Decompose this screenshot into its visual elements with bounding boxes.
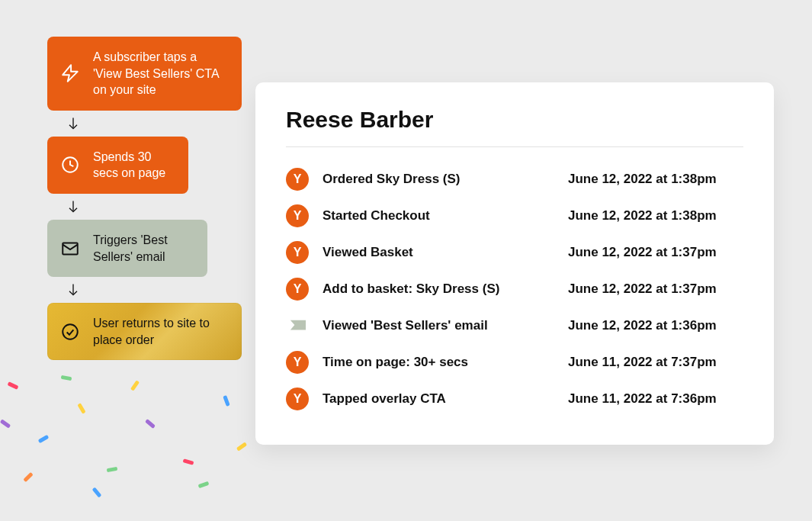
source-y-icon: Y [286, 168, 309, 191]
event-label: Add to basket: Sky Dress (S) [323, 281, 554, 297]
flag-icon [286, 314, 309, 337]
flow-step-subscriber-taps-cta: A subscriber taps a 'View Best Sellers' … [47, 37, 242, 111]
arrow-down-icon [63, 194, 84, 220]
event-row: Y Add to basket: Sky Dress (S) June 12, … [286, 271, 743, 307]
event-row: Y Started Checkout June 12, 2022 at 1:38… [286, 198, 743, 234]
flow-step-text: A subscriber taps a 'View Best Sellers' … [93, 49, 226, 98]
activity-panel: Reese Barber Y Ordered Sky Dress (S) Jun… [255, 82, 774, 445]
flow-column: A subscriber taps a 'View Best Sellers' … [47, 37, 246, 360]
flow-step-time-on-page: Spends 30 secs on page [47, 137, 188, 194]
flow-step-text: Spends 30 secs on page [93, 149, 173, 182]
event-row: Viewed 'Best Sellers' email June 12, 202… [286, 307, 743, 344]
event-row: Y Viewed Basket June 12, 2022 at 1:37pm [286, 234, 743, 271]
event-row: Y Time on page: 30+ secs June 11, 2022 a… [286, 344, 743, 381]
event-label: Time on page: 30+ secs [323, 355, 554, 370]
event-time: June 12, 2022 at 1:38pm [568, 208, 743, 224]
event-label: Viewed Basket [323, 245, 554, 260]
arrow-down-icon [63, 111, 84, 137]
source-y-icon: Y [286, 388, 309, 410]
source-y-icon: Y [286, 204, 309, 227]
event-label: Tapped overlay CTA [323, 391, 554, 407]
svg-marker-0 [63, 66, 78, 82]
source-y-icon: Y [286, 351, 309, 374]
event-time: June 12, 2022 at 1:37pm [568, 245, 743, 260]
event-label: Viewed 'Best Sellers' email [323, 318, 554, 333]
mail-icon [59, 238, 81, 259]
svg-point-6 [63, 324, 78, 339]
flow-step-text: User returns to site to place order [93, 315, 226, 348]
lightning-icon [59, 63, 81, 84]
event-time: June 12, 2022 at 1:38pm [568, 172, 743, 187]
flow-step-triggers-email: Triggers 'Best Sellers' email [47, 220, 207, 277]
arrow-down-icon [63, 277, 84, 303]
flow-step-text: Triggers 'Best Sellers' email [93, 232, 192, 265]
event-time: June 11, 2022 at 7:36pm [568, 391, 743, 407]
event-time: June 11, 2022 at 7:37pm [568, 355, 743, 370]
event-label: Ordered Sky Dress (S) [323, 172, 554, 187]
source-y-icon: Y [286, 278, 309, 301]
event-row: Y Ordered Sky Dress (S) June 12, 2022 at… [286, 161, 743, 198]
event-row: Y Tapped overlay CTA June 11, 2022 at 7:… [286, 381, 743, 417]
panel-title: Reese Barber [286, 107, 743, 147]
check-circle-icon [59, 321, 81, 343]
confetti-decoration [0, 353, 259, 506]
flow-step-user-returns: User returns to site to place order [47, 303, 242, 360]
event-time: June 12, 2022 at 1:36pm [568, 318, 743, 333]
source-y-icon: Y [286, 241, 309, 264]
event-time: June 12, 2022 at 1:37pm [568, 281, 743, 297]
event-label: Started Checkout [323, 208, 554, 224]
clock-icon [59, 154, 81, 175]
